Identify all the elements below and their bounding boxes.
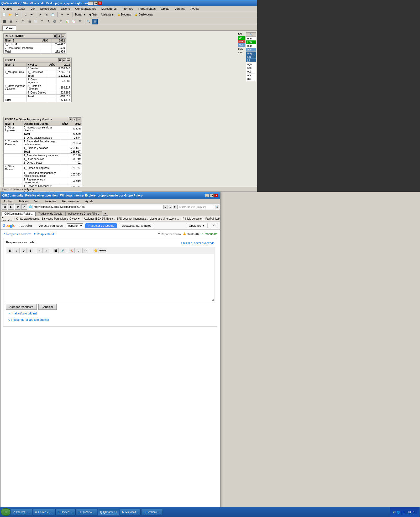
- ie-url-input[interactable]: [33, 205, 162, 209]
- month-sep[interactable]: sep: [246, 66, 256, 70]
- ie-menu-herramientas[interactable]: Herramientas: [61, 199, 81, 203]
- ie-new-tab-btn[interactable]: +: [103, 211, 108, 216]
- desbloquear-btn[interactable]: 🔓 Desbloquear: [133, 12, 155, 18]
- tb2-icon4[interactable]: 𝚺: [20, 19, 26, 24]
- ie-refresh2-icon[interactable]: ↻: [173, 205, 177, 209]
- redo-icon[interactable]: ↪: [65, 12, 71, 18]
- tb2-highlighted[interactable]: ▤: [92, 19, 98, 24]
- ie-search-btn[interactable]: 🔍: [215, 205, 219, 209]
- close-button[interactable]: ✕: [98, 1, 102, 5]
- taskbar-item-ie[interactable]: e Internet E...: [11, 509, 32, 515]
- copy-icon[interactable]: ⎘: [44, 12, 50, 18]
- month-jun[interactable]: jun: [246, 55, 256, 59]
- menu-ventana[interactable]: Ventana: [173, 7, 187, 11]
- taskbar-item-qlikview2[interactable]: Q QlikView 11: [98, 509, 119, 515]
- taskbar-item-skype[interactable]: S Skype™ ...: [55, 509, 76, 515]
- menu-selecciones[interactable]: Selecciones: [39, 7, 57, 11]
- ie-menu-favoritos[interactable]: Favoritos: [43, 199, 58, 203]
- fav-letsget[interactable]: Let's get you set up: [215, 217, 220, 220]
- taskbar-item-mail[interactable]: ✉ Correo - B...: [33, 509, 55, 515]
- cut-icon[interactable]: ✂: [38, 12, 43, 18]
- menu-ver[interactable]: Ver: [29, 7, 36, 11]
- translate-google-btn[interactable]: Traductor de Google: [85, 223, 117, 228]
- favorites-icon[interactable]: ★ Favoritos: [2, 216, 12, 222]
- ie-nav-buttons[interactable]: ◀ ▶ ↻ ✕: [2, 204, 27, 210]
- ebitda-xl-icon[interactable]: XL: [62, 58, 66, 62]
- translate-language-select[interactable]: español: [67, 223, 83, 228]
- save-icon[interactable]: 💾: [14, 12, 20, 18]
- menu-informes[interactable]: Informes: [120, 7, 135, 11]
- month-ago[interactable]: ago: [246, 63, 256, 66]
- print-icon[interactable]: 🖨: [23, 12, 28, 18]
- fav-acciones[interactable]: Acciones IBEX 35, Bolsa...: [84, 217, 115, 220]
- deactivate-translate-btn[interactable]: Desactivar para: inglés: [119, 223, 154, 228]
- tb2-icon7[interactable]: T: [39, 19, 45, 24]
- menu-objeto[interactable]: Objeto: [159, 7, 171, 11]
- quote-btn[interactable]: " ": [82, 248, 88, 253]
- ie-back-btn[interactable]: ◀: [2, 204, 7, 210]
- strikethrough-btn[interactable]: S: [28, 248, 33, 253]
- html-btn[interactable]: HTML: [101, 248, 106, 253]
- italic-btn[interactable]: i: [14, 248, 20, 253]
- tb2-icon8[interactable]: A: [45, 19, 51, 24]
- detail-close-icon[interactable]: —: [77, 117, 81, 121]
- open-icon[interactable]: 📂: [8, 12, 13, 18]
- fav-paypal[interactable]: P Inicio de sesión - PayPal: [182, 217, 214, 220]
- tb2-icon5[interactable]: ▤: [27, 19, 32, 24]
- reply-original-link[interactable]: ↻ Responder al artículo original: [8, 318, 212, 322]
- agregar-respuesta-btn[interactable]: Agregar respuesta: [6, 304, 37, 310]
- menu-marcadores[interactable]: Marcadores: [100, 7, 118, 11]
- image-btn[interactable]: 🖼: [53, 248, 59, 253]
- tb2-icon2[interactable]: ▦: [8, 19, 13, 24]
- ie-window-controls[interactable]: _ ▭ ✕: [205, 194, 218, 197]
- menu-herramientas[interactable]: Herramientas: [137, 7, 157, 11]
- ebitda-max-icon[interactable]: ▦: [58, 58, 62, 62]
- new-icon[interactable]: 📄: [1, 12, 7, 18]
- ie-star-icon[interactable]: ★: [168, 205, 172, 209]
- translate-options-btn[interactable]: Opciones ▼: [186, 223, 208, 228]
- fav-tucapital[interactable]: C http-www.tucapital: [16, 217, 40, 220]
- panel-close-icon[interactable]: —: [61, 34, 65, 38]
- useful-answer-link[interactable]: ★ Respuesta útil: [33, 232, 55, 236]
- tb2-icon3[interactable]: ≡: [14, 19, 20, 24]
- fav-bpd[interactable]: BPD-coconut-lmenendez...: [117, 217, 148, 220]
- month-mar[interactable]: mar: [246, 44, 256, 48]
- ebitda-icons[interactable]: ▦ XL —: [58, 58, 70, 62]
- link-btn[interactable]: 🔗: [60, 248, 65, 253]
- tb2-icon6[interactable]: ⬜: [33, 19, 39, 24]
- tb2-icon13[interactable]: 🗺: [77, 19, 83, 24]
- adelante-btn[interactable]: Adelante ▶: [99, 12, 115, 18]
- ie-restore-btn[interactable]: ▭: [209, 194, 214, 197]
- fav-qview[interactable]: Qview ▼: [70, 217, 80, 220]
- menu-archivo[interactable]: Archivo: [1, 7, 14, 11]
- menu-ayuda[interactable]: Ayuda: [189, 7, 200, 11]
- tb2-icon9[interactable]: 🔘: [52, 19, 57, 24]
- menu-configuraciones[interactable]: Configuraciones: [74, 7, 98, 11]
- ie-close-btn[interactable]: ✕: [214, 194, 218, 197]
- month-nov[interactable]: nov: [246, 74, 256, 77]
- emoji-btn[interactable]: ☺: [76, 248, 81, 253]
- fav-blog[interactable]: blog.grupo-pinero.com ...: [150, 217, 179, 220]
- ie-stop-btn[interactable]: ✕: [21, 204, 27, 210]
- menu-editar[interactable]: Editar: [16, 7, 27, 11]
- ie-refresh-btn[interactable]: ↻: [15, 204, 20, 210]
- minimize-button[interactable]: _: [89, 1, 93, 5]
- detail-xl-icon[interactable]: XL: [73, 117, 77, 121]
- cancelar-btn[interactable]: Cancelar: [38, 304, 57, 310]
- bold-btn[interactable]: B: [7, 248, 13, 253]
- emoticon-btn[interactable]: 😊: [93, 248, 98, 253]
- bloquear-btn[interactable]: 🔒 Bloquear: [116, 12, 133, 18]
- ie-menu-ver[interactable]: Ver: [33, 199, 40, 203]
- month-jul[interactable]: jul: [246, 59, 256, 63]
- correct-answer-link[interactable]: ✓ Respuesta correcta: [3, 232, 31, 236]
- goto-original-link[interactable]: → Ir al artículo original: [8, 312, 212, 315]
- month-oct[interactable]: oct: [246, 70, 256, 74]
- report-abuse-link[interactable]: ⚑ Reportar abuso: [158, 232, 181, 236]
- atras-btn[interactable]: ◀ Atrás: [87, 12, 99, 18]
- menu-diseno[interactable]: Diseño: [59, 7, 71, 11]
- month-dic[interactable]: dic: [246, 77, 256, 81]
- ie-menu-edicion[interactable]: Edición: [18, 199, 30, 203]
- tb2-icon14[interactable]: 🔍: [86, 19, 91, 24]
- ie-menu-ayuda[interactable]: Ayuda: [84, 199, 95, 203]
- ie-tab-aplicaciones[interactable]: Aplicaciones Grupo Piñero: [65, 211, 102, 216]
